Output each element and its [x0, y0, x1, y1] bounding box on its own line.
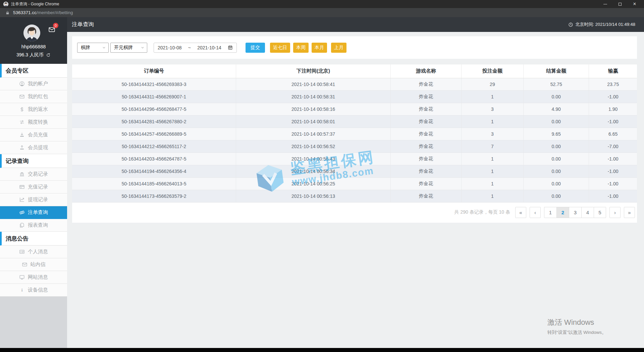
col-bet-time: 下注时间(北京) — [236, 64, 390, 78]
page-title: 注单查询 — [72, 21, 94, 28]
sidebar-item-withdraw-records[interactable]: 提现记录 — [0, 193, 67, 206]
table-row: 50-1634144173-4566263579-2 2021-10-14 00… — [72, 190, 637, 202]
user-panel: 0 hhp666888 396.3 人民币 — [0, 17, 67, 64]
date-range-picker[interactable]: 2021-10-08 ~ 2021-10-14 — [154, 43, 237, 53]
sidebar-item-transfer[interactable]: 额度转换 — [0, 116, 67, 129]
win-loss-cell: 6.65 — [589, 128, 637, 140]
order-id-cell: 50-1634144321-4566269383-3 — [72, 78, 236, 90]
refresh-balance-icon[interactable] — [46, 53, 51, 57]
section-member-zone: 会员专区 — [0, 64, 67, 78]
settle-amount-cell: 0.00 — [524, 190, 589, 202]
game-name-cell: 炸金花 — [391, 90, 462, 103]
sidebar-item-rebate[interactable]: 我的返水 — [0, 103, 67, 116]
bet-time-cell: 2021-10-14 00:58:01 — [236, 115, 390, 128]
sidebar-item-red-packet[interactable]: 我的红包 — [0, 90, 67, 103]
order-id-cell: 50-1634144194-4566264356-4 — [72, 165, 236, 177]
sidebar-item-bet-query[interactable]: 注单查询 — [0, 206, 67, 219]
page-button-1[interactable]: 1 — [544, 207, 556, 218]
last-seven-days-button[interactable]: 近七日 — [270, 43, 290, 53]
address-bar[interactable]: 5363371.cc/member/#/betting — [0, 8, 644, 17]
credit-card-icon — [19, 184, 25, 190]
prev-page-button[interactable]: ‹ — [530, 207, 541, 218]
close-button[interactable]: × — [633, 2, 637, 6]
sidebar-item-device-info[interactable]: 设备信息 — [0, 284, 67, 297]
table-row: 50-1634144212-4566265117-2 2021-10-14 00… — [72, 140, 637, 152]
table-row: 50-1634144311-4566269007-1 2021-10-14 00… — [72, 90, 637, 103]
username: hhp666888 — [0, 44, 67, 49]
sidebar-item-site-messages[interactable]: 网站消息 — [0, 271, 67, 284]
category-select[interactable]: 棋牌 — [77, 43, 109, 53]
win-loss-cell: 23.75 — [589, 78, 637, 90]
maximize-button[interactable] — [618, 2, 622, 6]
section-records: 记录查询 — [0, 154, 67, 168]
order-id-cell: 50-1634144281-4566267880-2 — [72, 115, 236, 128]
sidebar-item-my-account[interactable]: 我的帐户 — [0, 78, 67, 90]
bet-amount-cell: 3 — [461, 103, 523, 115]
settle-amount-cell: 0.00 — [524, 115, 589, 128]
this-month-button[interactable]: 本月 — [312, 43, 327, 53]
mailbox-button[interactable]: 0 — [47, 26, 56, 35]
table-row: 50-1634144296-4566268477-5 2021-10-14 00… — [72, 103, 637, 115]
record-count-summary: 共 290 条记录，每页 10 条 — [454, 209, 511, 215]
pagination: 共 290 条记录，每页 10 条 « ‹ 1 2 3 4 5 › » — [72, 203, 637, 219]
next-page-button[interactable]: › — [609, 207, 621, 218]
page-header: 注单查询 北京时间: 2021/10/14 01:49:48 — [67, 17, 644, 32]
date-to: 2021-10-14 — [197, 45, 221, 50]
bet-time-cell: 2021-10-14 00:56:34 — [236, 165, 390, 177]
bet-time-cell: 2021-10-14 00:58:31 — [236, 90, 390, 103]
order-id-cell: 50-1634144185-4566264013-5 — [72, 177, 236, 190]
sidebar: 0 hhp666888 396.3 人民币 会员专区 我的帐户 我的红包 我的返… — [0, 17, 67, 348]
sidebar-item-deposit-records[interactable]: 充值记录 — [0, 181, 67, 193]
game-select[interactable]: 开元棋牌 — [110, 43, 147, 53]
last-month-button[interactable]: 上月 — [331, 43, 346, 53]
game-name-cell: 炸金花 — [391, 165, 462, 177]
url-text: 5363371.cc/member/#/betting — [13, 10, 73, 15]
bet-table-card: 订单编号 下注时间(北京) 游戏名称 投注金额 结算金额 输赢 50-16341 — [72, 64, 637, 223]
win-loss-cell: -1.00 — [589, 190, 637, 202]
settle-amount-cell: 0.00 — [524, 152, 589, 165]
first-page-button[interactable]: « — [515, 207, 526, 218]
col-game-name: 游戏名称 — [391, 64, 462, 78]
mail-badge: 0 — [53, 23, 58, 28]
sidebar-item-personal-messages[interactable]: 个人消息 — [0, 246, 67, 258]
id-card-icon — [19, 249, 25, 255]
game-name-cell: 炸金花 — [391, 177, 462, 190]
settle-amount-cell: 9.65 — [524, 128, 589, 140]
game-name-cell: 炸金花 — [391, 78, 462, 90]
this-week-button[interactable]: 本周 — [293, 43, 309, 53]
last-page-button[interactable]: » — [624, 207, 635, 218]
window-title: 注单查询 - Google Chrome — [11, 1, 59, 7]
page-button-2-active[interactable]: 2 — [556, 207, 569, 218]
settle-amount-cell: 0.00 — [524, 140, 589, 152]
bet-amount-cell: 1 — [461, 90, 523, 103]
win-loss-cell: -1.00 — [589, 165, 637, 177]
settle-amount-cell: 0.00 — [524, 90, 589, 103]
avatar[interactable] — [23, 25, 40, 41]
sidebar-item-site-mail[interactable]: 站内信 — [0, 258, 67, 271]
sidebar-item-transactions[interactable]: 交易记录 — [0, 168, 67, 181]
game-name-cell: 炸金花 — [391, 128, 462, 140]
bank-icon — [19, 171, 25, 177]
sidebar-item-report-query[interactable]: 报表查询 — [0, 219, 67, 232]
sidebar-item-deposit[interactable]: 会员充值 — [0, 129, 67, 141]
deposit-icon — [19, 132, 25, 138]
red-packet-icon — [19, 94, 25, 99]
ticket-icon — [19, 210, 25, 215]
page-button-3[interactable]: 3 — [569, 207, 581, 218]
chevron-down-icon — [102, 46, 106, 49]
bet-amount-cell: 1 — [461, 152, 523, 165]
sidebar-item-withdraw[interactable]: 会员提现 — [0, 141, 67, 154]
settle-amount-cell: 0.00 — [524, 177, 589, 190]
settle-amount-cell: 52.75 — [524, 78, 589, 90]
table-row: 50-1634144257-4566266889-5 2021-10-14 00… — [72, 128, 637, 140]
win-loss-cell: -1.00 — [589, 177, 637, 190]
bet-amount-cell: 29 — [461, 78, 523, 90]
person-circle-icon — [19, 81, 25, 87]
order-id-cell: 50-1634144203-4566264787-5 — [72, 152, 236, 165]
submit-button[interactable]: 提交 — [246, 43, 265, 53]
minimize-button[interactable] — [603, 2, 607, 6]
chevron-down-icon — [141, 46, 144, 49]
page-button-5[interactable]: 5 — [594, 207, 606, 218]
page-button-4[interactable]: 4 — [581, 207, 594, 218]
table-row: 50-1634144203-4566264787-5 2021-10-14 00… — [72, 152, 637, 165]
